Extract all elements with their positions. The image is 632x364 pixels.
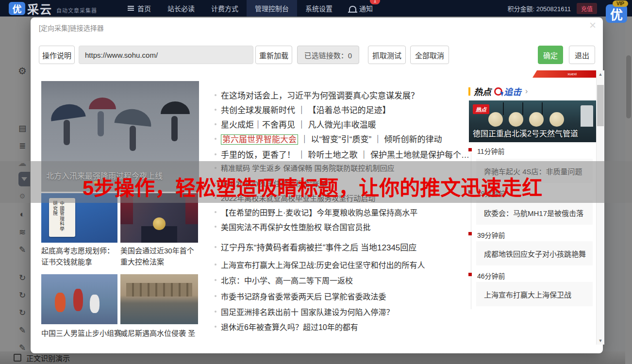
grab-test-button[interactable]: 抓取测试 (368, 46, 406, 64)
plaque-text: 中國管理科學研究院 (51, 201, 65, 234)
preview-scrollbar-thumb[interactable] (597, 85, 604, 126)
timeline-bullet (468, 148, 472, 151)
plaque-shape: 中國管理科學研究院 (49, 198, 75, 237)
player-shape (55, 293, 66, 312)
headline-link[interactable]: 美国宪法不再保护女性堕胎权 联合国官员批 (221, 221, 370, 232)
timeline-item[interactable]: 成都地铁回应女子对小孩跳艳舞 (476, 241, 593, 265)
headline-link[interactable]: 手里的饭，更香了！ ｜ 聆听土地之歌 ｜ 保护黑土地就是保护每个… (221, 148, 469, 160)
dialog-title: [定向采集]链接选择器 (39, 23, 104, 33)
close-icon[interactable]: × (589, 19, 596, 31)
nav-item-admin-console[interactable]: 管理控制台 (247, 0, 297, 17)
nav-item-system-settings[interactable]: 系统设置 (297, 0, 341, 17)
confirm-button[interactable]: 确定 (538, 46, 563, 64)
chevron-right-icon[interactable]: › (525, 87, 528, 96)
brand-name: 采云 (27, 0, 52, 17)
timeline-time[interactable]: 11分钟前 (477, 146, 505, 156)
gas-tank-shape (529, 112, 544, 127)
recharge-button[interactable]: 充值 (577, 3, 597, 14)
vip-badge: VIP (613, 0, 628, 7)
exit-button[interactable]: 退出 (569, 46, 595, 64)
chase-label: 追击 (504, 85, 521, 98)
target-cursor-icon (494, 87, 502, 96)
promo-overlay-text: 5步操作，轻松塑造吸睛标题，让你的推文迅速走红 (83, 171, 542, 201)
cancel-all-button[interactable]: 全部取消 (410, 46, 449, 64)
hot-lead-photo[interactable]: 热点 德国正重启北溪2号天然气管道 (469, 100, 596, 142)
umbrella-shape (115, 107, 153, 127)
headline-link[interactable]: 【在希望的田野上·麦收记】今年夏粮收购总量保持高水平 (221, 206, 417, 218)
scroll-down-arrow-icon[interactable]: ▼ (597, 337, 604, 345)
hamburger-icon (128, 8, 134, 9)
umbrella-shape (89, 98, 116, 109)
gas-tank-shape (509, 112, 523, 127)
brand-subtitle: 自动文章采集器 (56, 6, 97, 14)
url-input[interactable] (79, 46, 253, 64)
timeline-bullet (468, 232, 472, 235)
selected-links-counter: 已选链接数：0 (297, 46, 359, 64)
yellow-bar (468, 87, 470, 96)
pedestrian-shape (64, 120, 70, 145)
hot-section-header[interactable]: 热点 追击 › (468, 85, 528, 98)
gas-tank-shape (549, 112, 564, 127)
headline-link[interactable]: 第六届世界智能大会 ｜ 以“智变”引“质变” ｜ 倾听创新的律动 (221, 132, 442, 145)
timeline-item[interactable]: 上海宣布打赢大上海保卫战 (476, 282, 593, 306)
preview-scrollbar[interactable]: ▲ ▼ (596, 70, 604, 345)
nav-item-notifications-label: 通知 (359, 3, 373, 13)
timeline-bullet (468, 273, 472, 276)
hot-label: 热点 (474, 85, 491, 98)
pedestrian-shape (171, 116, 178, 141)
headline-link[interactable]: 上海宣布打赢大上海保卫战:历史会记住坚守和付出的所有人 (221, 259, 425, 270)
hot-corner-badge: 热点 (473, 104, 489, 114)
ship-shape (581, 105, 593, 127)
news-photo-venice[interactable] (120, 274, 198, 324)
app-root: ⚙ ▤ ≣ ☁ ⚙ ◐ ≋ ✎ ↻ ↻ ↻ ✎ ✎ 正文识别演示 优 采云 自动… (0, 0, 632, 364)
photo-caption[interactable]: 起底高考志愿规划师：证书交钱就能拿 (41, 245, 115, 268)
reload-button[interactable]: 重新加载 (255, 46, 292, 64)
photo-caption[interactable]: 中国三人男篮止步小组赛 (41, 328, 119, 339)
pedestrian-shape (98, 111, 104, 136)
notification-badge: 1 (370, 0, 380, 4)
umbrella-shape (161, 101, 190, 114)
timeline-time[interactable]: 46分钟前 (477, 271, 505, 281)
photo-caption[interactable]: 美国会通过近30年首个重大控枪法案 (120, 245, 198, 268)
pedestrian-shape (130, 126, 136, 151)
help-button[interactable]: 操作说明 (39, 46, 75, 64)
avatar[interactable]: 优 (606, 4, 627, 23)
photo-caption[interactable]: 威尼斯遇高水位侵袭 圣 (120, 328, 199, 339)
mast-shape (522, 102, 523, 115)
umbrella-shape (49, 102, 85, 121)
gas-tank-shape (488, 112, 503, 127)
nav-item-billing[interactable]: 计费方式 (203, 0, 247, 17)
bell-icon (349, 6, 356, 12)
nav-item-home[interactable]: 首页 (119, 0, 159, 17)
top-navbar: 优 采云 自动文章采集器 首页 站长必读 计费方式 管理控制台 系统设置 通知 … (0, 0, 632, 17)
hot-lead-caption[interactable]: 德国正重启北溪2号天然气管道 (473, 127, 578, 139)
headline-link[interactable]: 共创全球发展新时代 ｜ 【沿着总书记的足迹】 (221, 103, 390, 116)
headline-link[interactable]: 国足亚洲排名跌出前十 国家队建设为何陷入停滞？ (221, 306, 394, 317)
points-balance: 积分金额: 2050821611 (507, 4, 571, 13)
headline-link[interactable]: 退休近6年被查算久吗？超过10年的都有 (221, 321, 358, 332)
headline-rest: ｜ 以“智变”引“质变” ｜ 倾听创新的律动 (300, 135, 442, 144)
mast-shape (542, 102, 543, 115)
headline-link[interactable]: 星火成炬｜不舍再见 ｜ 凡人微光|丰收温暖 (221, 118, 376, 130)
brand-logo-icon[interactable]: 优 (9, 2, 25, 15)
headline-link[interactable]: 在这场对话会上，习近平为何强调要真心实意谋发展？ (221, 89, 419, 101)
timeline-time[interactable]: 39分钟前 (477, 230, 505, 240)
headline-link[interactable]: 北京：中小学、高一高二等下周一返校 (221, 274, 353, 286)
nav-menu: 首页 站长必读 计费方式 管理控制台 系统设置 通知 1 (119, 0, 381, 17)
nav-item-home-label: 首页 (137, 3, 151, 13)
promo-ribbon: xuexi (532, 70, 596, 78)
timeline-item[interactable]: 欧委会：马航MH17是被俄击落 (476, 200, 593, 225)
webpage-preview: xuexi 北方入汛来最强降雨过程今夜上线 中國管理科學研究院 (38, 70, 596, 345)
nav-item-notifications[interactable]: 通知 1 (341, 0, 381, 17)
headline-link[interactable]: 辽宁丹东“持黄码者看病被拦”事件之后 当地12345回应 (221, 241, 416, 253)
selected-link-highlight[interactable]: 第六届世界智能大会 (221, 134, 298, 145)
player-shape (73, 289, 83, 311)
scroll-up-arrow-icon[interactable]: ▲ (597, 70, 604, 78)
player-shape (90, 295, 100, 313)
seal-shape (153, 217, 166, 230)
nav-item-webmaster-guide[interactable]: 站长必读 (159, 0, 203, 17)
news-photo-basketball[interactable] (41, 274, 117, 324)
building-shape (126, 283, 192, 297)
mast-shape (503, 102, 504, 115)
headline-link[interactable]: 市委书记跻身省委常委两天后 已掌舵省委政法委 (221, 290, 386, 302)
